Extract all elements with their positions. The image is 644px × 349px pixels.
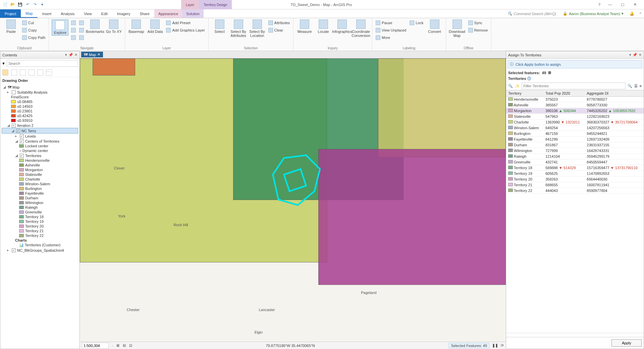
list-by-snapping-icon[interactable] — [37, 69, 43, 76]
toc-item[interactable]: ◢ NC Terrs — [2, 128, 78, 134]
add-preset-button[interactable]: Add Preset — [165, 19, 205, 26]
qat-undo-icon[interactable]: ↶ — [25, 2, 30, 7]
toc-item[interactable]: FinalScore — [2, 95, 78, 99]
toc-item[interactable]: Morganton — [2, 167, 78, 172]
explore-button[interactable]: Explore — [52, 19, 68, 36]
toc-item[interactable]: Fayetteville — [2, 191, 78, 196]
territory-row[interactable]: Territory 2168865516007811941 — [506, 182, 644, 188]
selected-features-chip[interactable]: Selected Features: 49 — [448, 343, 489, 348]
basemap-button[interactable]: Basemap — [128, 19, 145, 34]
assign-dock-icon[interactable]: ▾ — [629, 53, 631, 57]
copy-button[interactable]: Copy — [21, 27, 46, 34]
contents-search-input[interactable] — [7, 60, 78, 67]
toc-item[interactable]: Territory 21 — [2, 229, 78, 233]
nav-fixed-zoom-in[interactable] — [70, 27, 76, 34]
label-view-unplaced-button[interactable]: View Unplaced — [375, 27, 407, 34]
status-pause-icon[interactable]: ❚❚ — [492, 343, 498, 348]
toc-item[interactable]: Durham — [2, 196, 78, 200]
toc-item[interactable]: ≤0.08485 — [2, 99, 78, 104]
col-aggregate-di[interactable]: Aggregate DI — [585, 90, 644, 97]
nav-full-extent[interactable] — [70, 19, 76, 26]
qat-customize-icon[interactable]: ▾ — [40, 2, 45, 7]
toc-item[interactable]: ◢🗺 Map — [2, 85, 78, 90]
select-by-location-button[interactable]: Select By Location — [249, 19, 266, 38]
toc-item[interactable]: ◢ Iteration 2 — [2, 123, 78, 128]
status-tool2-icon[interactable]: ⊟ — [123, 343, 126, 348]
toc-item[interactable]: ○ Dynamic center — [2, 148, 78, 153]
toc-item[interactable]: Burlington — [2, 186, 78, 191]
qat-new-project-icon[interactable]: 📄 — [3, 2, 8, 7]
tab-project[interactable]: Project — [0, 9, 21, 18]
tab-share[interactable]: Share — [135, 9, 154, 18]
toc-item[interactable]: Greenville — [2, 210, 78, 214]
remove-offline-button[interactable]: Remove — [468, 27, 489, 34]
toc-item[interactable]: Locked center — [2, 144, 78, 148]
select-by-attributes-button[interactable]: Select By Attributes — [230, 19, 247, 38]
status-tool1-icon[interactable]: ⊞ — [116, 343, 119, 348]
nav-fixed-zoom-out[interactable] — [78, 27, 85, 34]
toc-item[interactable]: Territory 19 — [2, 219, 78, 224]
toc-item[interactable]: ≤0.14503 — [2, 104, 78, 109]
territory-row[interactable]: Fayetteville64129912697192409 — [506, 137, 644, 142]
tab-map[interactable]: Map — [21, 9, 37, 18]
territories-info-icon[interactable]: ⓘ — [527, 77, 531, 81]
convert-labels-button[interactable]: Convert — [426, 19, 443, 34]
maximize-button[interactable]: ▢ — [617, 0, 628, 9]
toc-item[interactable]: Territory 20 — [2, 224, 78, 229]
ribbon-collapse-icon[interactable]: ^ — [637, 9, 644, 18]
contents-close-icon[interactable]: ✕ — [74, 53, 77, 57]
sync-button[interactable]: Sync — [468, 19, 489, 26]
toc-item[interactable]: Wilmington — [2, 200, 78, 205]
search-icon[interactable]: 🔍 — [628, 84, 632, 88]
clear-selection-button[interactable]: Clear — [268, 27, 290, 34]
zoom-to-icon[interactable]: 🔍 — [508, 84, 513, 88]
status-refresh-icon[interactable]: ⟳ — [501, 343, 504, 348]
help-icon[interactable]: ? — [598, 3, 600, 7]
label-pause-button[interactable]: Pause — [375, 19, 407, 26]
toc-item[interactable]: Hendersonville — [2, 158, 78, 163]
territory-row[interactable]: Wilmington72799916428743331 — [506, 148, 644, 154]
minimize-button[interactable]: — — [604, 0, 616, 9]
filter-icon[interactable]: ▼ — [2, 61, 5, 65]
toc-item[interactable]: Raleigh — [2, 205, 78, 210]
qat-redo-icon[interactable]: ↷ — [32, 2, 38, 7]
map-scale-input[interactable] — [82, 343, 109, 349]
toc-item[interactable]: ≤0.42425 — [2, 113, 78, 118]
toc-item[interactable]: ≤0.93910 — [2, 118, 78, 123]
list-by-source-icon[interactable] — [11, 69, 17, 76]
territory-row[interactable]: Raleigh121410435945299179 — [506, 154, 644, 159]
toc-item[interactable]: ◢ Centers of Territories — [2, 139, 78, 144]
tab-edit[interactable]: Edit — [97, 9, 112, 18]
command-search[interactable]: 🔍 Command Search (Alt+Q) — [504, 9, 559, 18]
infographics-button[interactable]: Infographics — [334, 19, 351, 34]
options-icon[interactable]: ≡ — [640, 84, 642, 88]
attributes-button[interactable]: Attributes — [268, 19, 290, 26]
toc-item[interactable]: Territory 22 — [2, 233, 78, 238]
contents-pin-icon[interactable]: 📌 — [68, 53, 73, 57]
user-account[interactable]: 🔒 Aaron (Business Analyst Team) ▾ — [559, 9, 627, 18]
territory-row[interactable]: Winston-Salem64925414207256563 — [506, 125, 644, 131]
territory-row[interactable]: Territory 18589888 ▼ 51432915716359477 ▼… — [506, 165, 644, 171]
assign-close-icon[interactable]: ✕ — [639, 53, 642, 57]
territory-row[interactable]: Charlotte1363990 ▼ 132331136830370327 ▼ … — [506, 119, 644, 125]
nav-zoom-to-sel[interactable] — [78, 19, 85, 26]
territory-row[interactable]: Greenville4327418450559447 — [506, 159, 644, 165]
toc-item[interactable]: 📊 Territories (Customer) — [2, 243, 78, 248]
select-button[interactable]: Select — [211, 19, 228, 34]
toc-item[interactable]: Statesville — [2, 172, 78, 177]
nav-prev-extent[interactable] — [70, 34, 76, 41]
toc-item[interactable]: ▸ Suitability Analysis — [2, 90, 78, 95]
label-more-button[interactable]: More — [375, 34, 407, 41]
territory-row[interactable]: Territory 1960562511470892653 — [506, 171, 644, 177]
scale-picker-icon[interactable]: · — [112, 344, 113, 348]
toc-item[interactable]: ◢ Territories — [2, 153, 78, 158]
tab-analysis[interactable]: Analysis — [56, 9, 79, 18]
territory-row[interactable]: Asheville3855679058773330 — [506, 102, 644, 108]
tab-appearance[interactable]: Appearance — [154, 9, 182, 18]
locate-button[interactable]: Locate — [315, 19, 332, 34]
notifications-icon[interactable]: 🔔 — [627, 9, 637, 18]
tab-imagery[interactable]: Imagery — [112, 9, 135, 18]
add-data-button[interactable]: Add Data — [147, 19, 163, 34]
territories-table[interactable]: Territory Total Pop 2020 Aggregate DI He… — [506, 90, 644, 194]
nav-next-extent[interactable] — [78, 34, 85, 41]
